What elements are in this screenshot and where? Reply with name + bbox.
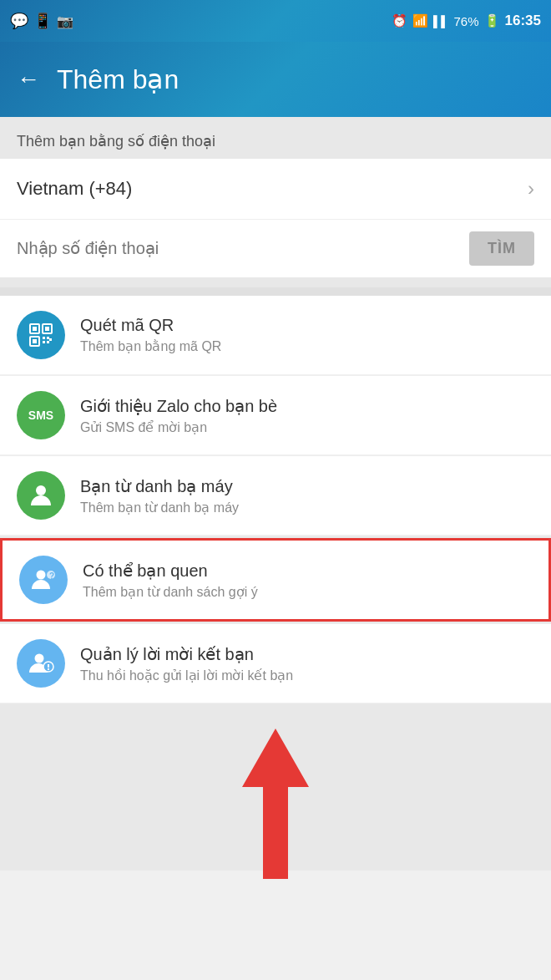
list-item-manage[interactable]: Quản lý lời mời kết bạn Thu hồi hoặc gửi… [0, 624, 551, 703]
status-bar-right: ⏰ 📶 ▌▌ 76% 🔋 16:35 [392, 13, 541, 29]
arrow-container [0, 703, 551, 871]
sms-icon: SMS [17, 391, 65, 439]
signal-icon: ▌▌ [433, 15, 448, 28]
svg-rect-3 [33, 327, 37, 331]
wifi-icon: 📶 [412, 13, 428, 28]
svg-rect-4 [45, 327, 49, 331]
list-item-sms[interactable]: SMS Giới thiệu Zalo cho bạn bè Gửi SMS đ… [0, 376, 551, 455]
camera-icon: 📷 [57, 13, 73, 29]
svg-rect-9 [47, 341, 49, 343]
messenger-icon: 💬 [10, 12, 28, 30]
back-button[interactable]: ← [17, 66, 40, 93]
country-selector[interactable]: Vietnam (+84) › [0, 159, 551, 220]
battery-icon: 🔋 [484, 13, 500, 28]
divider4 [0, 536, 551, 536]
search-button[interactable]: TÌM [469, 231, 534, 266]
qr-icon [17, 311, 65, 359]
phonebook-subtitle: Thêm bạn từ danh bạ máy [80, 500, 534, 515]
manage-title: Quản lý lời mời kết bạn [80, 644, 534, 664]
suggest-icon: ? [19, 556, 68, 604]
svg-rect-5 [33, 339, 37, 343]
phone-input-row: TÌM [0, 220, 551, 277]
phone-input[interactable] [17, 239, 469, 258]
battery-percent: 76% [453, 14, 478, 28]
phonebook-icon [17, 471, 65, 520]
svg-marker-19 [242, 729, 309, 879]
qr-subtitle: Thêm bạn bằng mã QR [80, 338, 534, 354]
red-arrow [234, 729, 317, 879]
time-display: 16:35 [505, 13, 541, 29]
manage-icon [17, 639, 65, 688]
list-item-phonebook[interactable]: Bạn từ danh bạ máy Thêm bạn từ danh bạ m… [0, 456, 551, 536]
phonebook-text: Bạn từ danh bạ máy Thêm bạn từ danh bạ m… [80, 476, 534, 515]
list-item-qr[interactable]: Quét mã QR Thêm bạn bằng mã QR [0, 296, 551, 375]
svg-rect-10 [49, 338, 52, 341]
svg-rect-7 [47, 337, 49, 339]
divider [0, 287, 551, 296]
sms-title: Giới thiệu Zalo cho bạn bè [80, 396, 534, 416]
page-title: Thêm bạn [57, 63, 179, 95]
manage-text: Quản lý lời mời kết bạn Thu hồi hoặc gửi… [80, 644, 534, 683]
sms-text: Giới thiệu Zalo cho bạn bè Gửi SMS để mờ… [80, 396, 534, 435]
manage-subtitle: Thu hồi hoặc gửi lại lời mời kết bạn [80, 668, 534, 683]
phonebook-title: Bạn từ danh bạ máy [80, 476, 534, 496]
status-bar: 💬 📱 📷 ⏰ 📶 ▌▌ 76% 🔋 16:35 [0, 0, 551, 42]
svg-rect-18 [48, 668, 49, 670]
qr-text: Quét mã QR Thêm bạn bằng mã QR [80, 316, 534, 354]
section-label: Thêm bạn bằng số điện thoại [0, 117, 551, 159]
app-header: ← Thêm bạn [0, 42, 551, 117]
alarm-icon: ⏰ [392, 13, 407, 28]
suggest-title: Có thể bạn quen [83, 561, 532, 581]
status-bar-left: 💬 📱 📷 [10, 12, 73, 30]
list-item-suggest[interactable]: ? Có thể bạn quen Thêm bạn từ danh sách … [0, 538, 551, 622]
svg-text:?: ? [49, 571, 54, 581]
country-text: Vietnam (+84) [17, 178, 132, 200]
suggest-subtitle: Thêm bạn từ danh sách gợi ý [83, 584, 532, 600]
line-icon: 📱 [33, 12, 52, 30]
chevron-right-icon: › [528, 177, 534, 201]
svg-point-12 [37, 571, 46, 580]
svg-point-11 [36, 485, 46, 495]
suggest-text: Có thể bạn quen Thêm bạn từ danh sách gợ… [83, 561, 532, 600]
svg-rect-8 [43, 341, 45, 343]
svg-rect-6 [43, 337, 45, 339]
svg-rect-17 [48, 664, 49, 668]
qr-title: Quét mã QR [80, 316, 534, 335]
sms-subtitle: Gửi SMS để mời bạn [80, 419, 534, 435]
svg-point-15 [35, 654, 44, 663]
main-content: Thêm bạn bằng số điện thoại Vietnam (+84… [0, 117, 551, 703]
